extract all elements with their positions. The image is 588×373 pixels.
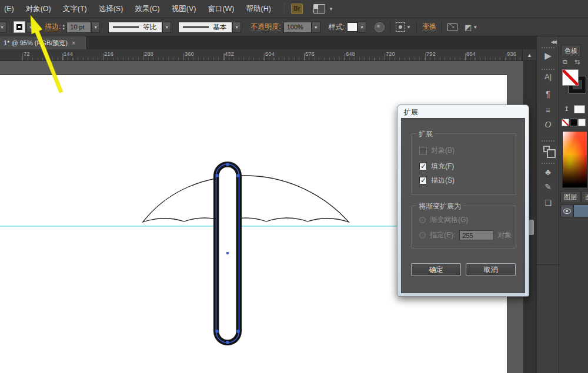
tab-swatches[interactable]: 色板 <box>561 45 581 56</box>
selection-anchor[interactable] <box>226 341 229 344</box>
menu-object[interactable]: 对象(O) <box>22 0 55 18</box>
controlbar-separator <box>442 21 442 33</box>
fill-checkbox-label: 填充(F) <box>431 162 454 172</box>
profile-caret-icon[interactable]: ▼ <box>162 22 171 33</box>
pattern-swatch-icon[interactable]: ⧉ <box>563 58 567 66</box>
expand-panels-icon[interactable]: ◀◀ <box>551 39 556 45</box>
style-swatch[interactable] <box>347 22 358 32</box>
appearance-proxy-icon[interactable] <box>14 21 25 33</box>
stroke-weight-field[interactable]: 10 pt <box>66 22 91 33</box>
menu-type[interactable]: 文字(T) <box>59 0 91 18</box>
objects-suffix-label: 对象 <box>497 230 512 240</box>
dialog-title: 扩展 <box>404 107 418 117</box>
scroll-up-icon[interactable]: ▲ <box>522 49 536 61</box>
black-swatch[interactable] <box>570 119 577 126</box>
symbols-panel-icon[interactable]: ♣ <box>537 167 559 177</box>
workspace-switcher-icon[interactable] <box>313 4 325 14</box>
menu-edit-partial[interactable]: (E) <box>0 0 18 18</box>
transform-link[interactable]: 变换 <box>422 23 436 31</box>
recolor-artwork-icon[interactable] <box>375 22 385 32</box>
option-specify[interactable]: 指定(E): 对象 <box>419 230 512 240</box>
color-spectrum[interactable] <box>562 131 587 188</box>
tab-artboards[interactable]: 画板 <box>582 191 588 202</box>
tab-close-icon[interactable]: × <box>72 39 75 46</box>
isolate-caret-icon[interactable]: ▼ <box>473 25 477 30</box>
option-gradient-mesh[interactable]: 渐变网格(G) <box>419 215 468 225</box>
selection-anchor[interactable] <box>237 174 240 177</box>
selection-anchor[interactable] <box>226 163 229 166</box>
paragraph-panel-icon[interactable]: ¶ <box>537 89 559 99</box>
eye-icon <box>563 209 571 214</box>
arrange-icon[interactable] <box>447 23 457 31</box>
select-similar-caret-icon[interactable]: ▼ <box>406 25 411 30</box>
control-bar: ▼ ▼ 描边: ▲▼ 10 pt ▼ 等比 ▼ 基本 ▼ 不透明度: 100% … <box>0 18 588 36</box>
ruler-tick: 648 <box>346 51 355 57</box>
specify-radio[interactable] <box>419 232 426 238</box>
gradient-mesh-label: 渐变网格(G) <box>430 215 468 225</box>
menu-help[interactable]: 帮助(H) <box>242 0 275 18</box>
align-panel-icon[interactable]: ≡ <box>537 106 559 115</box>
width-profile-combo[interactable]: 等比 <box>108 22 162 33</box>
option-object[interactable]: 对象(B) <box>419 146 455 156</box>
white-swatch[interactable] <box>578 119 586 126</box>
layer-visibility-cell[interactable] <box>560 204 573 217</box>
ruler-tick: 864 <box>466 51 476 57</box>
dock-grip[interactable] <box>542 163 554 164</box>
white-color-swatch[interactable] <box>574 105 585 113</box>
bridge-icon[interactable]: Br <box>291 4 303 14</box>
last-color-arrow-icon[interactable]: ↥ <box>564 105 569 113</box>
opacity-caret-icon[interactable]: ▼ <box>312 22 320 33</box>
specify-label: 指定(E): <box>430 230 455 240</box>
select-similar-objects-icon[interactable] <box>396 22 405 32</box>
layer-row[interactable] <box>573 204 588 217</box>
none-swatch[interactable] <box>562 119 569 126</box>
document-title: 1* @ 95% (RGB/预览) <box>4 39 68 48</box>
swap-colors-icon[interactable]: ⇆ <box>574 58 580 66</box>
transparency-panel-icon[interactable] <box>543 146 550 152</box>
brush-combo[interactable]: 基本 <box>178 22 232 33</box>
specify-objects-input[interactable] <box>459 230 493 240</box>
menu-effect[interactable]: 效果(C) <box>131 0 163 18</box>
option-fill[interactable]: 填充(F) <box>419 162 454 172</box>
opacity-field[interactable]: 100% <box>283 22 312 33</box>
actions-panel-icon[interactable]: ▶ <box>537 51 559 61</box>
dock-grip[interactable] <box>542 47 554 48</box>
tab-layers[interactable]: 图层 <box>560 191 580 202</box>
opacity-link[interactable]: 不透明度: <box>250 23 280 31</box>
menu-select[interactable]: 选择(S) <box>95 0 128 18</box>
fill-color-proxy[interactable] <box>562 69 579 86</box>
gradient-group: 将渐变扩展为 <box>411 206 516 248</box>
graphic-styles-panel-icon[interactable]: ❏ <box>537 199 559 207</box>
style-caret-icon[interactable]: ▼ <box>358 22 366 33</box>
document-tab[interactable]: 1* @ 95% (RGB/预览) × <box>0 36 87 49</box>
cancel-button[interactable]: 取消 <box>466 263 516 276</box>
dock-grip[interactable] <box>542 69 554 70</box>
character-panel-icon[interactable]: A| <box>537 72 559 81</box>
ruler-tick: 216 <box>104 51 113 57</box>
menu-view[interactable]: 视图(V) <box>168 0 201 18</box>
stroke-weight-caret-icon[interactable]: ▼ <box>91 22 100 33</box>
umbrella-canopy-path[interactable] <box>143 176 349 222</box>
dock-grip[interactable] <box>542 140 554 142</box>
menu-window[interactable]: 窗口(W) <box>203 0 238 18</box>
opentype-panel-icon[interactable]: O <box>537 120 559 130</box>
stroke-checkbox[interactable] <box>419 177 427 184</box>
selection-anchor[interactable] <box>216 174 219 177</box>
brushes-panel-icon[interactable]: ✎ <box>537 182 559 191</box>
left-dropdown-icon[interactable]: ▼ <box>0 22 6 33</box>
option-stroke[interactable]: 描边(S) <box>419 176 455 186</box>
fill-checkbox[interactable] <box>419 163 427 170</box>
stroke-link[interactable]: 描边: <box>45 23 61 31</box>
brush-caret-icon[interactable]: ▼ <box>232 22 241 33</box>
appearance-caret-icon[interactable]: ▼ <box>26 22 35 33</box>
ok-button[interactable]: 确定 <box>411 263 461 276</box>
workspace-caret-icon[interactable]: ▼ <box>329 6 333 12</box>
stroke-weight-stepper[interactable]: ▲▼ <box>62 23 65 31</box>
object-checkbox[interactable] <box>419 147 427 154</box>
gradient-mesh-radio[interactable] <box>419 217 426 223</box>
profile-value: 等比 <box>143 23 156 32</box>
selection-anchor[interactable] <box>237 330 240 333</box>
selection-anchor[interactable] <box>216 330 219 333</box>
isolate-selection-icon[interactable]: ◩ <box>465 23 472 32</box>
selection-center-point[interactable] <box>226 252 229 254</box>
